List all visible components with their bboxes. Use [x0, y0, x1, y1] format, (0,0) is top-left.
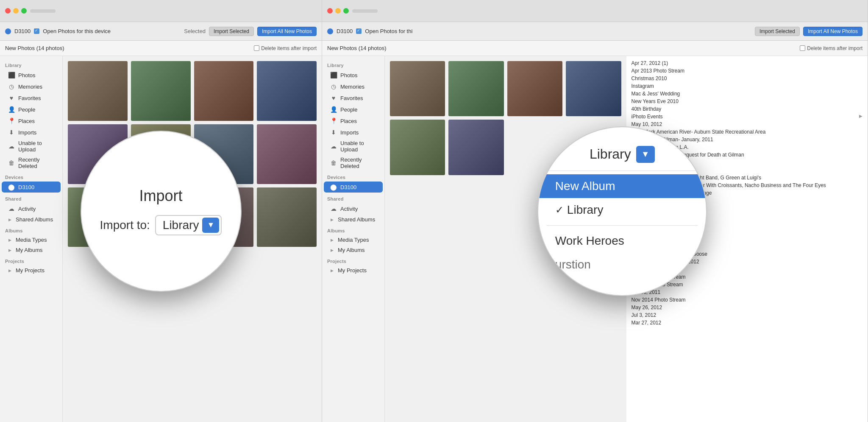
minimize-button[interactable] [13, 8, 19, 14]
favorites-icon: ♥ [8, 94, 15, 102]
album-list-item-2[interactable]: Christmas 2010 [632, 75, 863, 82]
right-photo-thumb-6[interactable] [448, 120, 504, 175]
right-recently-deleted-label: Recently Deleted [340, 157, 378, 169]
photo-thumb-2[interactable] [131, 61, 191, 121]
right-sidebar-item-photos[interactable]: ⬛ Photos [324, 70, 383, 81]
album-list-item-30[interactable]: Apr 30, 2011 [632, 288, 863, 296]
album-list-item-8[interactable]: May 10, 2012 [632, 120, 863, 128]
sidebar-item-places[interactable]: 📍 Places [2, 115, 61, 126]
right-sidebar-item-memories[interactable]: ◷ Memories [324, 81, 383, 92]
right-devices-section-label: Devices [322, 171, 384, 181]
dropdown-item-library[interactable]: Library [538, 198, 706, 222]
album-list-item-1[interactable]: Apr 2013 Photo Stream [632, 67, 863, 75]
album-list-item-7[interactable]: iPhoto Events▶ [632, 113, 863, 120]
album-list-item-4[interactable]: Mac & Jess' Wedding [632, 90, 863, 98]
photo-thumb-4[interactable] [257, 61, 317, 121]
right-photo-thumb-3[interactable] [507, 61, 562, 116]
library-section-label: Library [0, 59, 62, 69]
open-photos-checkbox[interactable] [34, 28, 39, 34]
shared-albums-expand: ▶ [8, 218, 12, 222]
right-import-selected-button[interactable]: Import Selected [755, 27, 800, 36]
shared-albums-label: Shared Albums [16, 216, 53, 223]
right-titlebar [322, 0, 868, 22]
sidebar-item-shared-albums[interactable]: ▶ Shared Albums [2, 215, 61, 224]
import-to-dropdown[interactable]: Library ▼ [155, 215, 222, 235]
photo-thumb-12[interactable] [257, 187, 317, 247]
close-button[interactable] [5, 8, 11, 14]
my-albums-expand: ▶ [8, 248, 12, 252]
right-shared-section-label: Shared [322, 193, 384, 203]
right-open-photos-checkbox[interactable] [356, 28, 362, 34]
recently-deleted-label: Recently Deleted [18, 157, 56, 169]
right-photo-thumb-4[interactable] [566, 61, 621, 116]
right-delete-checkbox[interactable] [800, 45, 805, 51]
right-photo-thumb-2[interactable] [448, 61, 504, 116]
sidebar-item-memories[interactable]: ◷ Memories [2, 81, 61, 92]
sidebar-item-d3100[interactable]: ⬤ D3100 [2, 182, 61, 193]
dropdown-header-arrow-btn[interactable]: ▼ [636, 146, 655, 163]
right-sidebar-item-d3100[interactable]: ⬤ D3100 [324, 182, 383, 193]
sidebar-item-unable-upload[interactable]: ☁ Unable to Upload [2, 138, 61, 154]
right-sidebar-item-my-albums[interactable]: ▶ My Albums [324, 245, 383, 255]
album-list-item-34[interactable]: Mar 27, 2012 [632, 319, 863, 327]
sidebar-item-my-albums[interactable]: ▶ My Albums [2, 245, 61, 255]
right-sidebar-item-unable-upload[interactable]: ☁ Unable to Upload [324, 138, 383, 154]
album-list-item-5[interactable]: New Years Eve 2010 [632, 98, 863, 105]
right-photo-thumb-5[interactable] [390, 120, 445, 175]
dropdown-item-new-album[interactable]: New Album [538, 174, 706, 198]
right-minimize-button[interactable] [335, 8, 341, 14]
delete-checkbox[interactable] [254, 45, 259, 51]
right-sidebar-item-people[interactable]: 👤 People [324, 104, 383, 115]
sidebar-item-people[interactable]: 👤 People [2, 104, 61, 115]
right-my-projects-expand: ▶ [330, 268, 334, 273]
right-import-all-button[interactable]: Import All New Photos [803, 27, 862, 36]
right-sidebar-item-recently-deleted[interactable]: 🗑 Recently Deleted [324, 155, 383, 171]
right-favorites-label: Favorites [340, 95, 363, 101]
my-albums-label: My Albums [16, 247, 43, 253]
right-sidebar-item-activity[interactable]: ☁ Activity [324, 203, 383, 214]
right-d3100-label: D3100 [340, 184, 356, 190]
right-media-types-label: Media Types [338, 237, 369, 243]
albums-section-label: Albums [0, 225, 62, 235]
album-list-item-0[interactable]: Apr 27, 2012 (1) [632, 59, 863, 67]
shared-section-label: Shared [0, 193, 62, 203]
photo-thumb-1[interactable] [68, 61, 128, 121]
left-panel: D3100 Open Photos for this device Select… [0, 0, 322, 422]
media-types-expand: ▶ [8, 238, 12, 242]
album-list-item-32[interactable]: May 26, 2012 [632, 304, 863, 311]
right-people-label: People [340, 106, 357, 113]
right-close-button[interactable] [327, 8, 333, 14]
import-selected-button[interactable]: Import Selected [209, 27, 254, 36]
right-sidebar-item-imports[interactable]: ⬇ Imports [324, 127, 383, 138]
dropdown-item-work-heroes[interactable]: Work Heroes [538, 229, 706, 253]
sidebar-item-imports[interactable]: ⬇ Imports [2, 127, 61, 138]
right-sidebar-item-media-types[interactable]: ▶ Media Types [324, 235, 383, 245]
album-list-item-3[interactable]: Instagram [632, 82, 863, 90]
import-all-button[interactable]: Import All New Photos [257, 27, 317, 36]
album-list-item-6[interactable]: 40th Birthday [632, 105, 863, 113]
right-maximize-button[interactable] [343, 8, 349, 14]
sidebar-item-activity[interactable]: ☁ Activity [2, 203, 61, 214]
dropdown-arrow-button[interactable]: ▼ [202, 218, 219, 233]
album-list-item-9[interactable]: North Fork American River- Auburn State … [632, 128, 863, 136]
photo-thumb-3[interactable] [194, 61, 254, 121]
right-places-label: Places [340, 118, 357, 124]
right-sidebar: Library ⬛ Photos ◷ Memories ♥ Favorites … [322, 56, 385, 422]
photo-thumb-8[interactable] [257, 124, 317, 184]
sidebar-item-media-types[interactable]: ▶ Media Types [2, 235, 61, 245]
right-open-photos-label: Open Photos for thi [365, 28, 412, 34]
dropdown-item-partial[interactable]: urstion [538, 253, 706, 277]
right-sidebar-item-my-projects[interactable]: ▶ My Projects [324, 265, 383, 275]
right-sidebar-item-favorites[interactable]: ♥ Favorites [324, 92, 383, 103]
right-sidebar-item-shared-albums[interactable]: ▶ Shared Albums [324, 215, 383, 224]
maximize-button[interactable] [21, 8, 27, 14]
album-list-item-33[interactable]: Jul 3, 2012 [632, 311, 863, 319]
right-photo-thumb-1[interactable] [390, 61, 445, 116]
album-list-item-31[interactable]: Nov 2014 Photo Stream [632, 296, 863, 304]
right-unable-upload-icon: ☁ [330, 143, 337, 150]
sidebar-item-photos[interactable]: ⬛ Photos [2, 70, 61, 81]
sidebar-item-favorites[interactable]: ♥ Favorites [2, 92, 61, 103]
sidebar-item-my-projects[interactable]: ▶ My Projects [2, 265, 61, 275]
right-sidebar-item-places[interactable]: 📍 Places [324, 115, 383, 126]
sidebar-item-recently-deleted[interactable]: 🗑 Recently Deleted [2, 155, 61, 171]
